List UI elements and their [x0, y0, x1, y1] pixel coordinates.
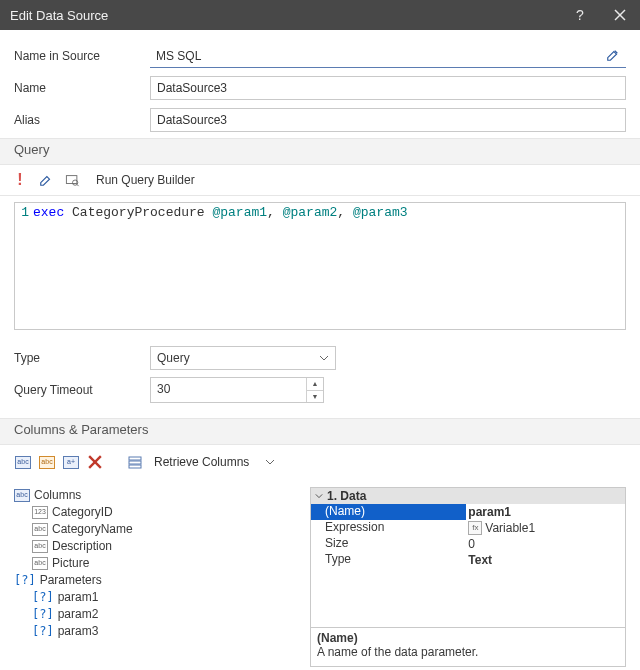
prop-row-expression[interactable]: Expression fxVariable1: [311, 520, 625, 536]
tree-columns[interactable]: Columns: [34, 487, 81, 504]
name-in-source-input[interactable]: [154, 48, 602, 64]
table-icon: abc: [14, 489, 30, 502]
param-icon: [?]: [32, 589, 54, 606]
chevron-down-icon[interactable]: [265, 459, 275, 465]
param-icon: [?]: [32, 623, 54, 640]
timeout-label: Query Timeout: [14, 383, 150, 397]
query-code[interactable]: exec CategoryProcedure @param1, @param2,…: [33, 203, 408, 329]
column-icon: 123: [32, 506, 48, 519]
svg-rect-7: [129, 457, 141, 460]
timeout-stepper[interactable]: 30 ▲ ▼: [150, 377, 324, 403]
tree-col-description[interactable]: Description: [52, 538, 112, 555]
property-description: (Name) A name of the data parameter.: [311, 627, 625, 666]
name-in-source-field[interactable]: [150, 45, 626, 68]
name-in-source-label: Name in Source: [14, 49, 150, 63]
stepper-down[interactable]: ▼: [307, 391, 323, 403]
name-label: Name: [14, 81, 150, 95]
type-select[interactable]: Query: [150, 346, 336, 370]
column-icon: abc: [32, 540, 48, 553]
tree-col-categoryid[interactable]: CategoryID: [52, 504, 113, 521]
tree-param3[interactable]: param3: [58, 623, 99, 640]
svg-rect-8: [129, 461, 141, 464]
alias-field[interactable]: [150, 108, 626, 132]
query-section-header: Query: [0, 138, 640, 165]
add-calc-column-icon[interactable]: abc: [38, 453, 56, 471]
svg-rect-2: [66, 176, 77, 184]
alias-input[interactable]: [155, 112, 621, 128]
tree-col-categoryname[interactable]: CategoryName: [52, 521, 133, 538]
line-number: 1: [15, 203, 33, 329]
tree-parameters[interactable]: Parameters: [40, 572, 102, 589]
tree-param1[interactable]: param1: [58, 589, 99, 606]
prop-row-type[interactable]: Type Text: [311, 552, 625, 568]
fx-icon[interactable]: fx: [468, 521, 482, 535]
column-icon: abc: [32, 557, 48, 570]
prop-row-name[interactable]: (Name) param1: [311, 504, 625, 520]
edit-icon[interactable]: [606, 48, 622, 64]
name-input[interactable]: [155, 80, 621, 96]
columns-parameters-header: Columns & Parameters: [0, 418, 640, 445]
retrieve-columns-button[interactable]: Retrieve Columns: [154, 455, 249, 469]
run-query-builder-link[interactable]: Run Query Builder: [96, 173, 195, 187]
view-query-icon[interactable]: [64, 172, 80, 188]
chevron-down-icon: [315, 492, 323, 500]
chevron-down-icon: [319, 355, 329, 361]
stepper-up[interactable]: ▲: [307, 378, 323, 391]
add-param-icon[interactable]: a+: [62, 453, 80, 471]
tree-col-picture[interactable]: Picture: [52, 555, 89, 572]
delete-icon[interactable]: [86, 453, 104, 471]
columns-parameters-tree[interactable]: abcColumns 123CategoryID abcCategoryName…: [14, 487, 304, 667]
column-icon: abc: [32, 523, 48, 536]
svg-rect-9: [129, 465, 141, 468]
edit-query-icon[interactable]: [38, 172, 54, 188]
help-button[interactable]: ?: [560, 7, 600, 23]
query-editor[interactable]: 1 exec CategoryProcedure @param1, @param…: [14, 202, 626, 330]
name-field[interactable]: [150, 76, 626, 100]
add-column-icon[interactable]: abc: [14, 453, 32, 471]
type-value: Query: [157, 351, 319, 365]
property-grid[interactable]: 1. Data (Name) param1 Expression fxVaria…: [310, 487, 626, 667]
param-group-icon: [?]: [14, 572, 36, 589]
tree-param2[interactable]: param2: [58, 606, 99, 623]
warning-icon[interactable]: !: [12, 172, 28, 188]
property-category[interactable]: 1. Data: [311, 488, 625, 504]
timeout-value[interactable]: 30: [151, 378, 306, 402]
window-titlebar: Edit Data Source ?: [0, 0, 640, 30]
retrieve-columns-icon[interactable]: [126, 453, 144, 471]
window-title: Edit Data Source: [10, 8, 560, 23]
close-button[interactable]: [600, 9, 640, 21]
type-label: Type: [14, 351, 150, 365]
alias-label: Alias: [14, 113, 150, 127]
svg-line-4: [76, 184, 78, 186]
param-icon: [?]: [32, 606, 54, 623]
prop-row-size[interactable]: Size 0: [311, 536, 625, 552]
